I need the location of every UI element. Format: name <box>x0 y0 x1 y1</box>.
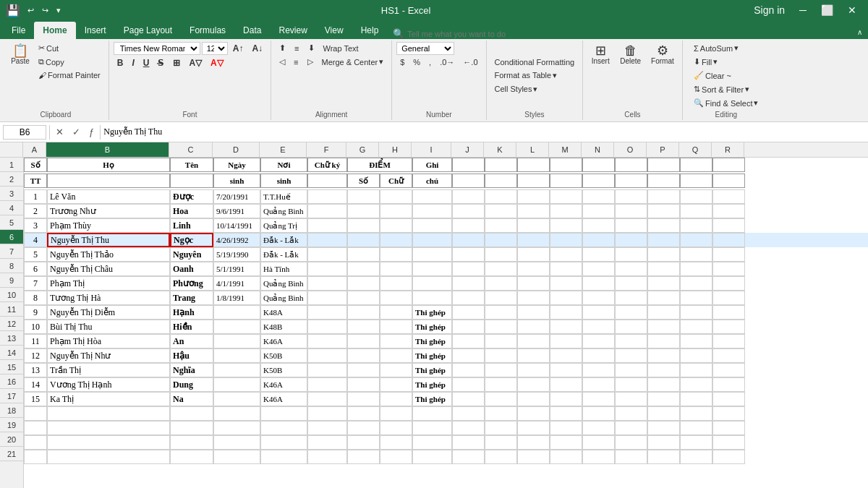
cell-o1[interactable] <box>615 158 647 172</box>
col-header-g[interactable]: G <box>346 142 379 157</box>
cell-j14[interactable] <box>452 348 485 363</box>
cell-d3[interactable]: 7/20/1991 <box>213 189 260 204</box>
cell-n15[interactable] <box>582 363 615 377</box>
cell-p5[interactable] <box>647 218 680 233</box>
cell-h10[interactable] <box>380 291 412 305</box>
cell-a11[interactable]: 9 <box>24 305 47 320</box>
cell-r6[interactable] <box>712 233 745 247</box>
cell-g7[interactable] <box>347 247 380 262</box>
cell-i17[interactable]: Thi ghép <box>412 392 452 406</box>
cell-b10[interactable]: Tương Thị Hà <box>47 291 170 305</box>
cell-n8[interactable] <box>582 262 615 276</box>
cell-m17[interactable] <box>550 392 582 406</box>
cell-j20[interactable] <box>452 435 485 450</box>
cell-b17[interactable]: Ka Thị <box>47 392 170 406</box>
cell-o20[interactable] <box>615 435 647 450</box>
cell-o5[interactable] <box>615 218 647 233</box>
cell-m7[interactable] <box>550 247 582 262</box>
cell-o17[interactable] <box>615 392 647 406</box>
cell-f7[interactable] <box>307 247 347 262</box>
conditional-formatting-button[interactable]: Conditional Formatting <box>491 56 579 68</box>
cell-e6[interactable]: Đắk - Lắk <box>260 233 307 247</box>
cell-b12[interactable]: Bùi Thị Thu <box>47 320 170 334</box>
cell-k7[interactable] <box>485 247 517 262</box>
cell-f16[interactable] <box>307 377 347 392</box>
cell-p7[interactable] <box>647 247 680 262</box>
cell-k6[interactable] <box>485 233 517 247</box>
cell-p21[interactable] <box>647 450 680 464</box>
cell-i4[interactable] <box>412 204 452 218</box>
cell-i16[interactable]: Thi ghép <box>412 377 452 392</box>
cell-o13[interactable] <box>615 334 647 348</box>
row-header-10[interactable]: 10 <box>0 288 23 302</box>
cell-i3[interactable] <box>412 189 452 204</box>
cell-j21[interactable] <box>452 450 485 464</box>
cell-o15[interactable] <box>615 363 647 377</box>
row-header-6[interactable]: 6 <box>0 230 23 244</box>
cell-j17[interactable] <box>452 392 485 406</box>
font-size-select[interactable]: 12 <box>202 42 228 55</box>
cell-k11[interactable] <box>485 305 517 320</box>
minimize-button[interactable]: ─ <box>793 3 812 17</box>
cell-k13[interactable] <box>485 334 517 348</box>
cell-i6[interactable] <box>412 233 452 247</box>
cell-h17[interactable] <box>380 392 412 406</box>
cell-m2[interactable] <box>550 174 582 188</box>
cell-m1[interactable] <box>550 158 582 172</box>
cell-g18[interactable] <box>347 406 380 421</box>
cell-r15[interactable] <box>712 363 745 377</box>
cell-b5[interactable]: Phạm Thùy <box>47 218 170 233</box>
cell-r11[interactable] <box>712 305 745 320</box>
increase-decimal-button[interactable]: .0→ <box>436 56 458 68</box>
tab-help[interactable]: Help <box>352 22 388 39</box>
cell-i7[interactable] <box>412 247 452 262</box>
cell-n12[interactable] <box>582 320 615 334</box>
cell-d20[interactable] <box>213 435 260 450</box>
cell-e4[interactable]: Quảng Bình <box>260 204 307 218</box>
close-button[interactable]: ✕ <box>842 3 862 17</box>
cell-c17[interactable]: Na <box>170 392 213 406</box>
cell-g17[interactable] <box>347 392 380 406</box>
cell-e19[interactable] <box>260 421 307 435</box>
cell-j4[interactable] <box>452 204 485 218</box>
cell-q3[interactable] <box>680 189 712 204</box>
cell-c14[interactable]: Hậu <box>170 348 213 363</box>
cell-m20[interactable] <box>550 435 582 450</box>
cell-q20[interactable] <box>680 435 712 450</box>
cell-o10[interactable] <box>615 291 647 305</box>
cell-p17[interactable] <box>647 392 680 406</box>
cell-n18[interactable] <box>582 406 615 421</box>
cell-d5[interactable]: 10/14/1991 <box>213 218 260 233</box>
cell-j5[interactable] <box>452 218 485 233</box>
cell-r9[interactable] <box>712 276 745 291</box>
cell-m10[interactable] <box>550 291 582 305</box>
col-header-h[interactable]: H <box>379 142 412 157</box>
cell-q7[interactable] <box>680 247 712 262</box>
font-color-button[interactable]: A▽ <box>207 56 227 69</box>
cell-n6[interactable] <box>582 233 615 247</box>
cell-n21[interactable] <box>582 450 615 464</box>
ribbon-search[interactable] <box>407 30 552 38</box>
cell-r19[interactable] <box>712 421 745 435</box>
cell-i21[interactable] <box>412 450 452 464</box>
cell-d8[interactable]: 5/1/1991 <box>213 262 260 276</box>
cell-f18[interactable] <box>307 406 347 421</box>
row-header-16[interactable]: 16 <box>0 374 23 389</box>
cell-q10[interactable] <box>680 291 712 305</box>
row-header-9[interactable]: 9 <box>0 273 23 288</box>
cell-e2[interactable]: sinh <box>260 174 307 188</box>
cell-b3[interactable]: Lê Văn <box>47 189 170 204</box>
cell-e3[interactable]: T.T.Huế <box>260 189 307 204</box>
col-header-r[interactable]: R <box>712 142 744 157</box>
cell-n4[interactable] <box>582 204 615 218</box>
cell-b20[interactable] <box>47 435 170 450</box>
cell-c21[interactable] <box>170 450 213 464</box>
cell-g3[interactable] <box>347 189 380 204</box>
cell-q17[interactable] <box>680 392 712 406</box>
bold-button[interactable]: B <box>114 56 127 69</box>
cell-c18[interactable] <box>170 406 213 421</box>
cell-m3[interactable] <box>550 189 582 204</box>
cell-q21[interactable] <box>680 450 712 464</box>
cell-j10[interactable] <box>452 291 485 305</box>
tab-page-layout[interactable]: Page Layout <box>115 22 181 39</box>
